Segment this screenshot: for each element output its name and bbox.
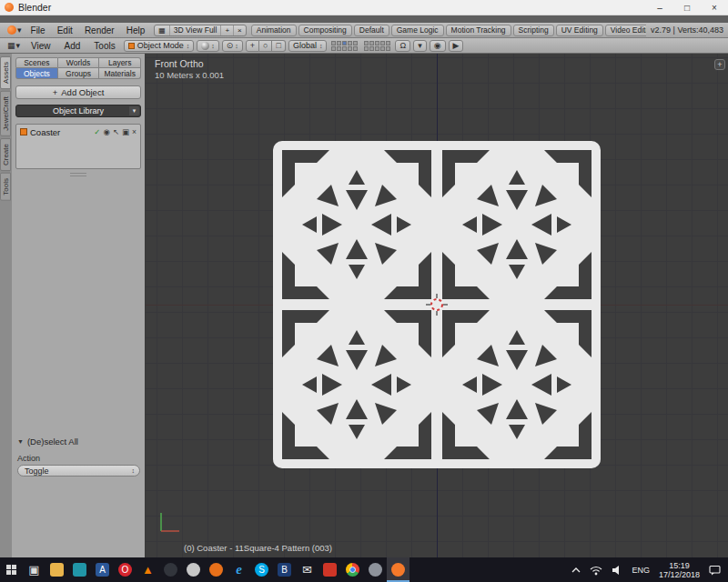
add-layout-icon[interactable]: + — [220, 25, 233, 35]
grid-scale-label: 10 Meters x 0.001 — [155, 70, 224, 80]
action-center-icon[interactable] — [704, 557, 725, 582]
taskbar-icon-app-red[interactable] — [318, 557, 341, 582]
taskbar-icon-blender-app[interactable] — [387, 557, 410, 582]
delete-icon[interactable]: × — [132, 128, 136, 136]
menu-view[interactable]: View — [25, 41, 56, 51]
menu-add[interactable]: Add — [59, 41, 86, 51]
taskbar-icon-skype-app[interactable]: S — [250, 557, 273, 582]
minimize-button[interactable]: – — [646, 0, 673, 15]
panel-resize-grip[interactable] — [70, 173, 86, 176]
blender-menu-icon — [7, 25, 16, 35]
layout-tab-game-logic[interactable]: Game Logic — [391, 25, 444, 36]
object-mode-icon — [128, 43, 135, 49]
taskbar-icon-camera-app[interactable] — [364, 557, 387, 582]
screen-layout-selector[interactable]: ▦ 3D View Full + × — [154, 25, 246, 36]
screen-icon: ▦ — [155, 25, 170, 35]
taskbar-icon-vlc-player[interactable]: ▲ — [136, 557, 159, 582]
action-label: Action — [17, 454, 140, 463]
clock[interactable]: 15:19 17/12/2018 — [654, 557, 704, 582]
layout-tab-compositing[interactable]: Compositing — [298, 25, 352, 36]
eye-icon[interactable]: ◉ — [103, 128, 109, 136]
menu-render[interactable]: Render — [79, 25, 120, 35]
snap-magnet-button[interactable]: Ω — [395, 40, 410, 52]
app-icon: ▲ — [141, 563, 155, 577]
shading-sphere-icon — [201, 42, 209, 50]
taskbar-icon-edge-browser[interactable]: e — [228, 557, 250, 582]
menu-tools[interactable]: Tools — [88, 41, 120, 51]
app-icon: ✉ — [300, 563, 314, 577]
layout-tab-motion-tracking[interactable]: Motion Tracking — [446, 25, 511, 36]
opengl-render-image-button[interactable]: ◉ — [430, 40, 446, 52]
add-region-button[interactable]: + — [714, 59, 725, 70]
tab-groups[interactable]: Groups — [58, 68, 100, 79]
speaker-icon[interactable] — [607, 557, 627, 582]
pivot-dropdown[interactable]: ⊙ ↕ — [222, 40, 243, 52]
taskbar-icon-opera-browser[interactable]: O — [114, 557, 136, 582]
tab-objects[interactable]: Objects — [15, 68, 58, 79]
list-item-coaster[interactable]: Coaster ✓ ◉ ↖ ▣ × — [17, 125, 139, 138]
language-indicator[interactable]: ENG — [627, 557, 654, 582]
menu-help[interactable]: Help — [121, 25, 151, 35]
menu-edit[interactable]: Edit — [52, 25, 78, 35]
close-button[interactable]: × — [701, 0, 728, 15]
shading-dropdown[interactable]: ↕ — [197, 40, 219, 52]
tray-chevron-up-icon[interactable] — [567, 557, 585, 582]
taskbar-icon-start[interactable] — [0, 557, 23, 582]
app-icon — [369, 563, 382, 577]
taskbar-icon-photos-app[interactable] — [68, 557, 91, 582]
window-top-strip — [0, 15, 728, 23]
shelf-tab-create[interactable]: Create — [0, 138, 11, 171]
taskbar-icon-app-light[interactable] — [182, 557, 205, 582]
taskbar-icon-file-explorer[interactable] — [46, 557, 68, 582]
shelf-tab-tools[interactable]: Tools — [0, 173, 11, 201]
opengl-render-anim-button[interactable]: ▶ — [449, 40, 464, 52]
viewport-canvas[interactable]: Front Ortho 10 Meters x 0.001 (0) Coaste… — [146, 54, 728, 557]
tab-scenes[interactable]: Scenes — [15, 57, 58, 68]
viewport-editor-type-button[interactable]: ▦ ▾ — [5, 41, 23, 50]
shelf-tab-assets[interactable]: Assets — [0, 56, 11, 89]
app-icon: ▣ — [27, 563, 41, 577]
add-object-button[interactable]: + Add Object — [15, 85, 141, 99]
taskbar-icon-firefox-browser[interactable] — [205, 557, 228, 582]
app-icon: O — [118, 563, 132, 577]
taskbar-icon-chrome-browser[interactable] — [341, 557, 364, 582]
taskbar-icon-steam-app[interactable] — [159, 557, 182, 582]
editor-type-button[interactable]: ▾ — [5, 25, 25, 35]
object-library-dropdown[interactable]: Object Library ▾ — [15, 105, 141, 117]
shelf-tab-jewelcraft[interactable]: JewelCraft — [0, 91, 11, 136]
maximize-button[interactable]: □ — [673, 0, 701, 15]
layout-tab-animation[interactable]: Animation — [251, 25, 297, 36]
network-wifi-icon[interactable] — [585, 557, 607, 582]
remove-layout-icon[interactable]: × — [233, 25, 246, 35]
layout-tab-video-editing[interactable]: Video Editing — [605, 25, 646, 36]
tab-materials[interactable]: Materials — [99, 68, 141, 79]
layout-tab-default[interactable]: Default — [354, 25, 389, 36]
taskbar-icon-app-blue-a[interactable]: A — [91, 557, 114, 582]
menu-file[interactable]: File — [25, 25, 51, 35]
layers-widget-group-2[interactable] — [364, 41, 390, 51]
translate-manipulator-button[interactable]: + — [246, 40, 259, 52]
orientation-dropdown[interactable]: Global ↕ — [288, 40, 328, 52]
3d-cursor-icon — [425, 293, 449, 320]
select-arrow-icon[interactable]: ↖ — [113, 128, 119, 136]
taskbar-icon-mail-app[interactable]: ✉ — [296, 557, 318, 582]
action-value: Toggle — [25, 467, 49, 476]
mode-dropdown[interactable]: Object Mode ↕ — [124, 40, 195, 52]
operator-panel-header[interactable]: ▼ (De)select All — [17, 436, 140, 447]
object-list: Coaster ✓ ◉ ↖ ▣ × — [15, 124, 141, 169]
taskbar-icon-task-view[interactable]: ▣ — [23, 557, 46, 582]
taskbar-icon-app-b[interactable]: B — [273, 557, 296, 582]
check-icon[interactable]: ✓ — [94, 128, 100, 136]
rotate-manipulator-button[interactable]: ○ — [259, 40, 272, 52]
tab-layers[interactable]: Layers — [99, 57, 141, 68]
action-toggle-dropdown[interactable]: Toggle ↕ — [17, 465, 140, 477]
layout-tab-uv-editing[interactable]: UV Editing — [556, 25, 603, 36]
camera-icon[interactable]: ▣ — [122, 128, 129, 136]
datablock-tabs-row2: Objects Groups Materials — [15, 68, 141, 79]
layout-tab-scripting[interactable]: Scripting — [513, 25, 554, 36]
tab-worlds[interactable]: Worlds — [58, 57, 100, 68]
app-icon — [391, 563, 405, 577]
snap-element-dropdown[interactable]: ▾ — [413, 40, 427, 52]
layers-widget-group-1[interactable] — [331, 41, 358, 51]
scale-manipulator-button[interactable]: □ — [272, 40, 285, 52]
